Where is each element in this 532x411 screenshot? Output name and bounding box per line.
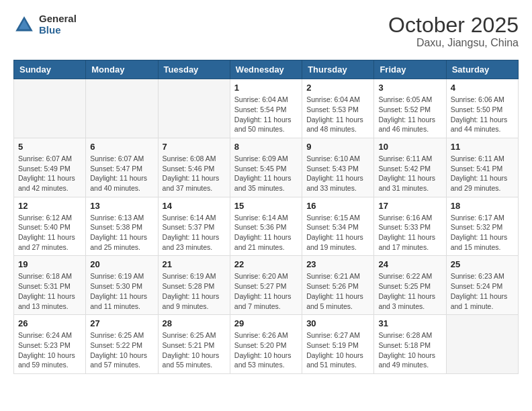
day-info: Sunrise: 6:07 AMSunset: 5:47 PMDaylight:… (90, 154, 153, 193)
day-number: 28 (163, 318, 226, 328)
calendar-cell: 16Sunrise: 6:15 AMSunset: 5:34 PMDayligh… (302, 197, 374, 256)
day-number: 3 (378, 83, 441, 93)
day-info: Sunrise: 6:05 AMSunset: 5:52 PMDaylight:… (378, 95, 441, 134)
day-info: Sunrise: 6:11 AMSunset: 5:41 PMDaylight:… (451, 154, 514, 193)
day-info: Sunrise: 6:12 AMSunset: 5:40 PMDaylight:… (18, 213, 81, 253)
day-info: Sunrise: 6:07 AMSunset: 5:49 PMDaylight:… (18, 154, 81, 193)
calendar-cell: 5Sunrise: 6:07 AMSunset: 5:49 PMDaylight… (14, 138, 86, 197)
day-number: 25 (451, 259, 514, 269)
calendar-cell: 4Sunrise: 6:06 AMSunset: 5:50 PMDaylight… (446, 79, 518, 138)
day-number: 17 (378, 201, 441, 211)
calendar-cell: 28Sunrise: 6:25 AMSunset: 5:21 PMDayligh… (158, 315, 230, 374)
day-info: Sunrise: 6:14 AMSunset: 5:37 PMDaylight:… (163, 213, 226, 253)
weekday-header-thursday: Thursday (302, 60, 374, 79)
calendar-cell: 15Sunrise: 6:14 AMSunset: 5:36 PMDayligh… (230, 197, 302, 256)
calendar-cell: 26Sunrise: 6:24 AMSunset: 5:23 PMDayligh… (14, 315, 86, 374)
calendar-week-row: 1Sunrise: 6:04 AMSunset: 5:54 PMDaylight… (14, 79, 519, 138)
calendar-cell: 1Sunrise: 6:04 AMSunset: 5:54 PMDaylight… (230, 79, 302, 138)
logo: General Blue (13, 13, 77, 36)
day-info: Sunrise: 6:18 AMSunset: 5:31 PMDaylight:… (18, 271, 81, 311)
calendar-cell: 24Sunrise: 6:22 AMSunset: 5:25 PMDayligh… (374, 256, 446, 315)
day-number: 12 (18, 201, 81, 211)
day-number: 18 (451, 201, 514, 211)
day-info: Sunrise: 6:14 AMSunset: 5:36 PMDaylight:… (234, 213, 298, 253)
logo-general-text: General (39, 13, 77, 25)
calendar-cell (446, 315, 518, 374)
calendar-title: October 2025 (388, 13, 519, 37)
calendar-cell: 14Sunrise: 6:14 AMSunset: 5:37 PMDayligh… (158, 197, 230, 256)
day-info: Sunrise: 6:23 AMSunset: 5:24 PMDaylight:… (451, 271, 514, 311)
day-info: Sunrise: 6:25 AMSunset: 5:21 PMDaylight:… (163, 330, 226, 370)
calendar-cell: 29Sunrise: 6:26 AMSunset: 5:20 PMDayligh… (230, 315, 302, 374)
logo-text: General Blue (39, 13, 77, 36)
day-info: Sunrise: 6:19 AMSunset: 5:30 PMDaylight:… (90, 271, 153, 311)
day-info: Sunrise: 6:26 AMSunset: 5:20 PMDaylight:… (234, 330, 298, 370)
page-header: General Blue October 2025 Daxu, Jiangsu,… (13, 13, 519, 49)
calendar-cell: 2Sunrise: 6:04 AMSunset: 5:53 PMDaylight… (302, 79, 374, 138)
day-number: 26 (18, 318, 81, 328)
day-number: 20 (90, 259, 153, 269)
logo-blue-text: Blue (39, 25, 77, 36)
calendar-cell: 21Sunrise: 6:19 AMSunset: 5:28 PMDayligh… (158, 256, 230, 315)
day-number: 30 (306, 318, 369, 328)
day-info: Sunrise: 6:16 AMSunset: 5:33 PMDaylight:… (378, 213, 441, 253)
calendar-week-row: 5Sunrise: 6:07 AMSunset: 5:49 PMDaylight… (14, 138, 519, 197)
day-info: Sunrise: 6:22 AMSunset: 5:25 PMDaylight:… (378, 271, 441, 311)
calendar-cell: 11Sunrise: 6:11 AMSunset: 5:41 PMDayligh… (446, 138, 518, 197)
calendar-cell: 3Sunrise: 6:05 AMSunset: 5:52 PMDaylight… (374, 79, 446, 138)
day-info: Sunrise: 6:21 AMSunset: 5:26 PMDaylight:… (306, 271, 369, 311)
calendar-cell: 13Sunrise: 6:13 AMSunset: 5:38 PMDayligh… (86, 197, 158, 256)
day-number: 11 (451, 142, 514, 152)
day-info: Sunrise: 6:24 AMSunset: 5:23 PMDaylight:… (18, 330, 81, 370)
day-number: 6 (90, 142, 153, 152)
calendar-subtitle: Daxu, Jiangsu, China (388, 37, 519, 49)
day-number: 9 (306, 142, 369, 152)
day-info: Sunrise: 6:17 AMSunset: 5:32 PMDaylight:… (451, 213, 514, 253)
calendar-cell: 30Sunrise: 6:27 AMSunset: 5:19 PMDayligh… (302, 315, 374, 374)
day-info: Sunrise: 6:19 AMSunset: 5:28 PMDaylight:… (163, 271, 226, 311)
calendar-cell: 18Sunrise: 6:17 AMSunset: 5:32 PMDayligh… (446, 197, 518, 256)
day-info: Sunrise: 6:27 AMSunset: 5:19 PMDaylight:… (306, 330, 369, 370)
logo-icon (13, 14, 35, 36)
day-number: 19 (18, 259, 81, 269)
day-number: 21 (163, 259, 226, 269)
day-info: Sunrise: 6:13 AMSunset: 5:38 PMDaylight:… (90, 213, 153, 253)
day-info: Sunrise: 6:08 AMSunset: 5:46 PMDaylight:… (163, 154, 226, 193)
day-number: 10 (378, 142, 441, 152)
day-number: 15 (234, 201, 298, 211)
weekday-header-row: SundayMondayTuesdayWednesdayThursdayFrid… (14, 60, 519, 79)
day-number: 13 (90, 201, 153, 211)
calendar-cell: 8Sunrise: 6:09 AMSunset: 5:45 PMDaylight… (230, 138, 302, 197)
weekday-header-tuesday: Tuesday (158, 60, 230, 79)
calendar-cell: 23Sunrise: 6:21 AMSunset: 5:26 PMDayligh… (302, 256, 374, 315)
day-number: 23 (306, 259, 369, 269)
day-info: Sunrise: 6:20 AMSunset: 5:27 PMDaylight:… (234, 271, 298, 311)
calendar-cell: 19Sunrise: 6:18 AMSunset: 5:31 PMDayligh… (14, 256, 86, 315)
day-number: 14 (163, 201, 226, 211)
weekday-header-saturday: Saturday (446, 60, 518, 79)
calendar-cell: 31Sunrise: 6:28 AMSunset: 5:18 PMDayligh… (374, 315, 446, 374)
day-info: Sunrise: 6:11 AMSunset: 5:42 PMDaylight:… (378, 154, 441, 193)
weekday-header-wednesday: Wednesday (230, 60, 302, 79)
calendar-cell: 17Sunrise: 6:16 AMSunset: 5:33 PMDayligh… (374, 197, 446, 256)
calendar-cell (158, 79, 230, 138)
day-number: 31 (378, 318, 441, 328)
calendar-cell: 9Sunrise: 6:10 AMSunset: 5:43 PMDaylight… (302, 138, 374, 197)
day-info: Sunrise: 6:06 AMSunset: 5:50 PMDaylight:… (451, 95, 514, 134)
day-info: Sunrise: 6:04 AMSunset: 5:54 PMDaylight:… (234, 95, 298, 134)
day-number: 29 (234, 318, 298, 328)
day-number: 16 (306, 201, 369, 211)
day-info: Sunrise: 6:09 AMSunset: 5:45 PMDaylight:… (234, 154, 298, 193)
calendar-cell (86, 79, 158, 138)
calendar-cell: 10Sunrise: 6:11 AMSunset: 5:42 PMDayligh… (374, 138, 446, 197)
calendar-week-row: 26Sunrise: 6:24 AMSunset: 5:23 PMDayligh… (14, 315, 519, 374)
calendar-week-row: 12Sunrise: 6:12 AMSunset: 5:40 PMDayligh… (14, 197, 519, 256)
day-number: 4 (451, 83, 514, 93)
calendar-cell: 12Sunrise: 6:12 AMSunset: 5:40 PMDayligh… (14, 197, 86, 256)
day-number: 5 (18, 142, 81, 152)
day-number: 7 (163, 142, 226, 152)
calendar-cell: 27Sunrise: 6:25 AMSunset: 5:22 PMDayligh… (86, 315, 158, 374)
title-block: October 2025 Daxu, Jiangsu, China (388, 13, 519, 49)
weekday-header-sunday: Sunday (14, 60, 86, 79)
day-info: Sunrise: 6:10 AMSunset: 5:43 PMDaylight:… (306, 154, 369, 193)
